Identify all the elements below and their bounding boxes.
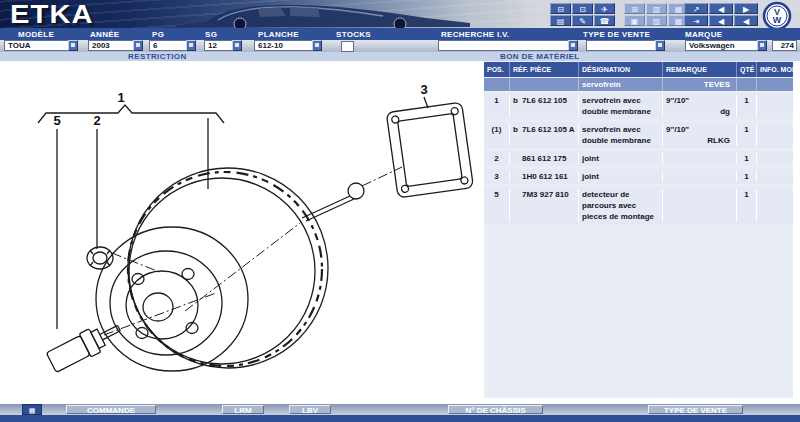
pg-field[interactable]: 6 bbox=[149, 40, 189, 51]
ref-number: 7L6 612 105 bbox=[522, 96, 567, 105]
callout-5: 5 bbox=[53, 113, 60, 128]
bon-materiel-label: BON DE MATÉRIEL bbox=[500, 52, 580, 61]
ref-number: 7L6 612 105 A bbox=[522, 125, 575, 134]
annee-field[interactable]: 2003 bbox=[88, 40, 136, 51]
recherche-iv-field[interactable] bbox=[438, 40, 571, 51]
ref-number: 861 612 175 bbox=[522, 154, 567, 163]
dropdown-button[interactable] bbox=[133, 40, 143, 51]
designation-cell: joint bbox=[579, 171, 663, 182]
ref-cell: 1H0 612 161 bbox=[510, 171, 579, 182]
planche-field[interactable]: 612-10 bbox=[254, 40, 315, 51]
sg-field[interactable]: 12 bbox=[204, 40, 235, 51]
dropdown-button[interactable] bbox=[757, 40, 767, 51]
ref-prefix: b bbox=[513, 95, 522, 106]
dropdown-button[interactable] bbox=[312, 40, 322, 51]
jump-end-icon[interactable]: ⇥ bbox=[684, 15, 708, 26]
table-row[interactable]: 2 861 612 175 joint 1 bbox=[484, 151, 793, 166]
info-cell bbox=[757, 95, 793, 117]
field-label-bar: MODÈLE ANNÉE PG SG PLANCHE STOCKS RECHER… bbox=[0, 28, 800, 40]
dropdown-button[interactable] bbox=[186, 40, 196, 51]
table-row[interactable]: (1) b7L6 612 105 A servofrein avecdouble… bbox=[484, 122, 793, 148]
remark-line1: 9"/10" bbox=[666, 95, 736, 106]
ref-cell: b7L6 612 105 A bbox=[510, 124, 579, 146]
col-ref[interactable]: RÉF. PIÈCE bbox=[510, 62, 579, 77]
printer-icon[interactable]: ⊟ bbox=[550, 3, 571, 14]
com-icon[interactable]: ▦ bbox=[22, 404, 42, 415]
toolbar-group-navigation: ↗ ◀ ▶ ⇥ ◀ ◀ bbox=[684, 3, 758, 26]
designation-line1: joint bbox=[582, 153, 662, 164]
document-icon[interactable]: ▥ bbox=[646, 3, 667, 14]
parts-diagram[interactable]: 1 5 2 3 bbox=[0, 61, 484, 401]
designation-cell: servofrein avecdouble membrane bbox=[579, 124, 663, 146]
remark-cell bbox=[663, 171, 737, 182]
col-design[interactable]: DÉSIGNATION bbox=[579, 62, 663, 77]
back-icon[interactable]: ◀ bbox=[709, 15, 733, 26]
marque-field[interactable]: Volkswagen bbox=[685, 40, 760, 51]
stocks-checkbox[interactable] bbox=[341, 41, 354, 52]
keyboard-icon[interactable]: ▤ bbox=[550, 15, 571, 26]
page-forward-icon[interactable]: ▶ bbox=[734, 3, 758, 14]
planche-label: PLANCHE bbox=[258, 30, 299, 39]
type-vente-field[interactable] bbox=[586, 40, 658, 51]
remark-line2: dg bbox=[666, 106, 736, 117]
designation-line1: detecteur de parcours avec bbox=[582, 189, 662, 211]
qty-cell: 1 bbox=[737, 189, 757, 222]
modele-field[interactable]: TOUA bbox=[4, 40, 71, 51]
pg-label: PG bbox=[152, 30, 164, 39]
ref-cell: 7M3 927 810 bbox=[510, 189, 579, 222]
type-vente-button[interactable]: TYPE DE VENTE bbox=[648, 405, 743, 414]
col-qty[interactable]: QTÉ bbox=[737, 62, 757, 77]
callout-1: 1 bbox=[117, 90, 124, 105]
pos-cell: 1 bbox=[484, 95, 510, 117]
commande-button[interactable]: COMMANDE bbox=[66, 405, 156, 414]
display-icon[interactable]: ⊡ bbox=[572, 3, 593, 14]
field-input-row: TOUA 2003 6 12 612-10 Volkswagen 274 bbox=[0, 40, 800, 52]
phone-service-icon[interactable]: ☎ bbox=[594, 15, 615, 26]
pos-cell: 2 bbox=[484, 153, 510, 164]
type-vente-label: TYPE DE VENTE bbox=[583, 30, 650, 39]
callout-3: 3 bbox=[420, 82, 427, 97]
remark-cell: 9"/10"dg bbox=[663, 95, 737, 117]
col-info[interactable]: INFO. MODÈLE bbox=[757, 62, 793, 77]
dropdown-button[interactable] bbox=[232, 40, 242, 51]
etka-logo: ETKA bbox=[10, 0, 94, 30]
remark-cell bbox=[663, 153, 737, 164]
col-remark[interactable]: REMARQUE bbox=[663, 62, 737, 77]
chassis-button[interactable]: N° DE CHÂSSIS bbox=[448, 405, 543, 414]
info-cell bbox=[757, 124, 793, 146]
info-cell bbox=[757, 189, 793, 222]
restriction-label: RESTRICTION bbox=[128, 52, 187, 61]
counter-field: 274 bbox=[772, 40, 797, 51]
main-area: 1 5 2 3 POS. RÉF. PIÈCE DÉSIGNATION REMA… bbox=[0, 61, 800, 401]
designation-cell: detecteur de parcours avecpieces de mont… bbox=[579, 189, 663, 222]
monitor-copy-icon[interactable]: ⊞ bbox=[624, 3, 645, 14]
edit-pencil-icon[interactable]: ✎ bbox=[572, 15, 593, 26]
remark-line2: RLKG bbox=[666, 135, 736, 146]
page-back-icon[interactable]: ◀ bbox=[709, 3, 733, 14]
lbv-button[interactable]: LBV bbox=[289, 405, 331, 414]
designation-cell: joint bbox=[579, 153, 663, 164]
dropdown-button[interactable] bbox=[568, 40, 578, 51]
dropdown-button[interactable] bbox=[68, 40, 78, 51]
table-row[interactable]: 1 b7L6 612 105 servofrein avecdouble mem… bbox=[484, 93, 793, 119]
pointer-jump-icon[interactable]: ↗ bbox=[684, 3, 708, 14]
col-pos[interactable]: POS. bbox=[484, 62, 510, 77]
table-rows: 1 b7L6 612 105 servofrein avecdouble mem… bbox=[484, 93, 793, 227]
table-row[interactable]: 5 7M3 927 810 detecteur de parcours avec… bbox=[484, 187, 793, 224]
section-strip: RESTRICTION BON DE MATÉRIEL bbox=[0, 52, 800, 61]
designation-cell: servofrein avecdouble membrane bbox=[579, 95, 663, 117]
pc-icon[interactable]: ▣ bbox=[624, 15, 645, 26]
subheader-remarque: TEVES bbox=[663, 78, 737, 91]
table-row[interactable]: 3 1H0 612 161 joint 1 bbox=[484, 169, 793, 184]
ref-number: 7M3 927 810 bbox=[522, 190, 569, 199]
dropdown-button[interactable] bbox=[655, 40, 665, 51]
ref-number: 1H0 612 161 bbox=[522, 172, 568, 181]
qty-cell: 1 bbox=[737, 95, 757, 117]
info-cell bbox=[757, 171, 793, 182]
lrm-button[interactable]: LRM bbox=[222, 405, 264, 414]
recherche-label: RECHERCHE I.V. bbox=[441, 30, 509, 39]
send-plane-icon[interactable]: ✈ bbox=[594, 3, 615, 14]
pos-cell: 3 bbox=[484, 171, 510, 182]
pages-icon[interactable]: ▥ bbox=[646, 15, 667, 26]
forward-icon[interactable]: ◀ bbox=[734, 15, 758, 26]
